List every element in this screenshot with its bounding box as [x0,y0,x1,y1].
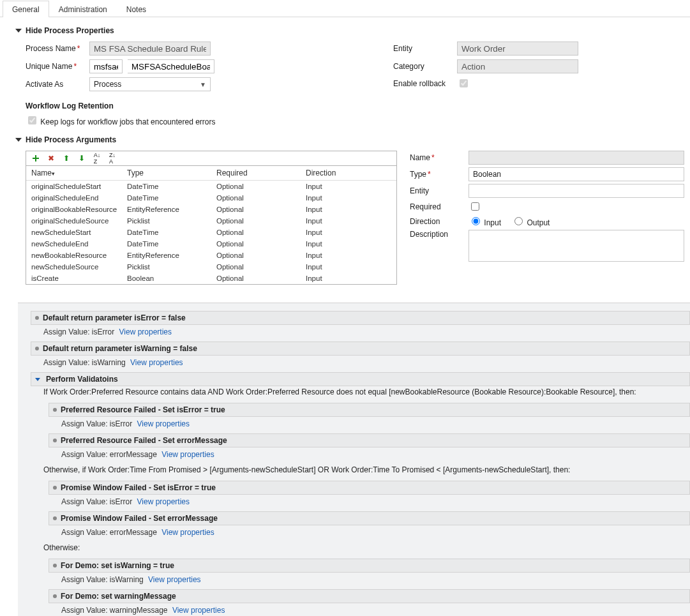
tab-bar: General Administration Notes [0,0,690,17]
cell-name: originalScheduleEnd [31,194,127,202]
view-properties-link[interactable]: View properties [161,528,214,537]
col-required[interactable]: Required [216,169,306,177]
arg-name-input[interactable] [469,151,684,165]
unique-name-input[interactable] [128,59,214,73]
arg-type-value: Boolean [473,170,501,179]
arguments-body[interactable]: originalScheduleStartDateTimeOptionalInp… [26,181,396,284]
direction-output-option[interactable]: Output [511,215,550,227]
activate-as-select[interactable]: Process ▼ [89,77,211,91]
cell-direction: Input [306,252,382,259]
label-arg-name: Name* [410,153,463,162]
arg-entity-input[interactable] [469,184,684,198]
step-default-iswarning[interactable]: Default return parameter isWarning = fal… [31,342,690,356]
tab-administration[interactable]: Administration [49,1,117,17]
view-properties-link[interactable]: View properties [137,497,190,506]
sort-desc-icon[interactable]: Z↓A [108,154,117,163]
label-entity: Entity [393,44,452,53]
view-properties-link[interactable]: View properties [137,419,190,428]
col-type[interactable]: Type [127,169,216,177]
step-default-iserror-sub: Assign Value: isError View properties [31,325,690,339]
argument-row[interactable]: originalScheduleStartDateTimeOptionalInp… [26,181,396,192]
argument-row[interactable]: originalBookableResourceEntityReferenceO… [26,204,396,215]
move-down-icon[interactable]: ⬇ [77,154,86,163]
label-activate-as: Activate As [26,80,84,89]
col-name[interactable]: Name▾ [31,169,127,177]
step-perform-validations[interactable]: Perform Validatoins [31,372,690,386]
cell-type: DateTime [127,183,216,190]
direction-input-option[interactable]: Input [469,215,501,227]
cell-required: Optional [216,252,306,259]
tab-notes[interactable]: Notes [117,1,156,17]
expand-icon[interactable] [35,378,40,381]
add-icon[interactable] [31,154,40,163]
view-properties-link[interactable]: View properties [130,358,183,367]
argument-row[interactable]: originalScheduleEndDateTimeOptionalInput [26,192,396,204]
bullet-icon [53,439,57,442]
argument-row[interactable]: newScheduleStartDateTimeOptionalInput [26,227,396,238]
step-set-errormessage-b-sub: Assign Value: errorMessage View properti… [49,525,690,539]
collapse-icon[interactable] [15,138,22,142]
cell-type: Boolean [127,274,216,282]
cell-name: newScheduleSource [31,263,127,271]
bullet-icon [53,564,57,567]
arg-type-select[interactable]: Boolean [469,167,684,181]
argument-row[interactable]: newBookableResourceEntityReferenceOption… [26,250,396,261]
cell-required: Optional [216,240,306,248]
step-set-errormessage-b[interactable]: Promise Window Failed - Set errorMessage [49,511,690,525]
arg-required-checkbox[interactable] [471,202,479,211]
move-up-icon[interactable]: ⬆ [62,154,71,163]
step-default-iserror[interactable]: Default return parameter isError = false [31,311,690,325]
enable-rollback-checkbox[interactable] [460,79,468,87]
cell-required: Optional [216,229,306,236]
keep-logs-row[interactable]: Keep logs for workflow jobs that encount… [26,117,216,126]
arg-description-input[interactable] [469,230,684,262]
condition-if-preferred-resource: If Work Order:Preferred Resource contain… [31,386,690,400]
step-set-iswarning-true-sub: Assign Value: isWarning View properties [49,573,690,587]
keep-logs-checkbox[interactable] [28,116,36,124]
cell-type: EntityReference [127,252,216,259]
entity-input [457,41,578,56]
view-properties-link[interactable]: View properties [161,450,214,459]
tab-general[interactable]: General [3,1,49,17]
sort-asc-icon[interactable]: A↓Z [93,154,101,163]
col-direction[interactable]: Direction [306,169,382,177]
view-properties-link[interactable]: View properties [148,575,201,584]
section-title-process-properties: Hide Process Properties [26,26,114,35]
cell-direction: Input [306,229,382,236]
arguments-header-row: Name▾ Type Required Direction [26,166,396,181]
cell-name: isCreate [31,274,127,282]
unique-name-prefix-input[interactable] [89,59,123,73]
process-name-input[interactable] [89,41,211,56]
step-set-warningmessage-sub: Assign Value: warningMessage View proper… [49,603,690,616]
bullet-icon [35,347,39,350]
section-process-properties: Hide Process Properties Process Name* Un… [0,26,690,126]
argument-row[interactable]: originalScheduleSourcePicklistOptionalIn… [26,215,396,227]
category-input [457,59,578,73]
condition-otherwise: Otherwise: [31,542,690,556]
argument-row[interactable]: isCreateBooleanOptionalInput [26,273,396,284]
step-set-errormessage-a[interactable]: Preferred Resource Failed - Set errorMes… [49,433,690,447]
step-set-iserror-true-b-sub: Assign Value: isError View properties [49,495,690,509]
step-set-iswarning-true[interactable]: For Demo: set isWarning = true [49,559,690,573]
cell-direction: Input [306,183,382,190]
cell-type: DateTime [127,240,216,248]
cell-name: newScheduleStart [31,229,127,236]
step-set-iserror-true-b[interactable]: Promise Window Failed - Set isError = tr… [49,481,690,495]
cell-direction: Input [306,217,382,225]
cell-type: DateTime [127,194,216,202]
step-set-iserror-true-a[interactable]: Preferred Resource Failed - Set isError … [49,403,690,417]
delete-icon[interactable]: ✖ [47,154,56,163]
cell-direction: Input [306,274,382,282]
view-properties-link[interactable]: View properties [172,606,225,615]
cell-type: Picklist [127,263,216,271]
section-title-process-arguments: Hide Process Arguments [26,135,116,144]
argument-row[interactable]: newScheduleEndDateTimeOptionalInput [26,238,396,250]
cell-name: originalBookableResource [31,206,127,213]
label-arg-type: Type* [410,170,463,179]
cell-direction: Input [306,194,382,202]
bullet-icon [53,408,57,412]
argument-row[interactable]: newScheduleSourcePicklistOptionalInput [26,261,396,273]
collapse-icon[interactable] [15,29,22,33]
step-set-warningmessage[interactable]: For Demo: set warningMessage [49,589,690,603]
view-properties-link[interactable]: View properties [119,327,172,336]
